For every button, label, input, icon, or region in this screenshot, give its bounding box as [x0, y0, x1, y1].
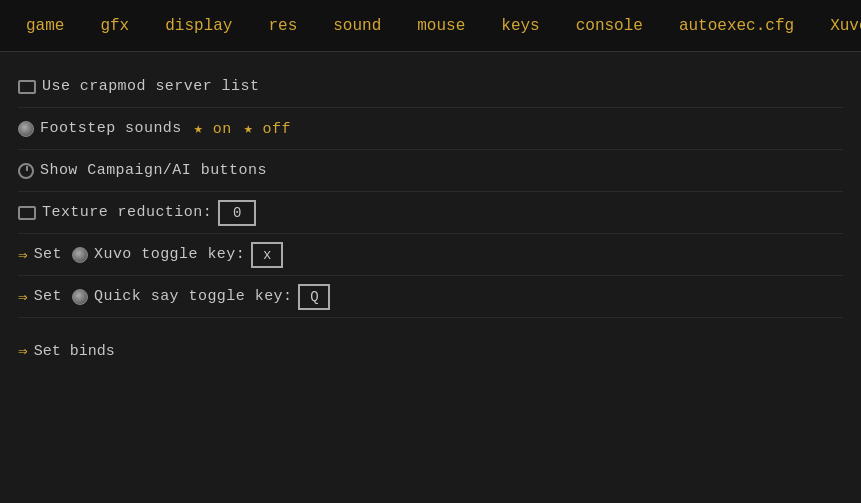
set-binds-link[interactable]: Set binds: [34, 343, 115, 360]
show-campaign-label: Show Campaign/AI buttons: [40, 162, 267, 179]
nav-item-xuvo[interactable]: Xuvo: [812, 17, 861, 35]
xuvo-key-input[interactable]: [251, 242, 283, 268]
footstep-label: Footstep sounds: [40, 120, 182, 137]
circle-icon-quick: [72, 289, 88, 305]
nav-item-game[interactable]: game: [8, 17, 82, 35]
nav-item-res[interactable]: res: [250, 17, 315, 35]
arrow-icon-binds: ⇒: [18, 341, 28, 361]
arrow-icon-xuvo: ⇒: [18, 245, 28, 265]
clock-icon: [18, 163, 34, 179]
quick-key-input[interactable]: [298, 284, 330, 310]
texture-reduction-label: Texture reduction:: [42, 204, 212, 221]
nav-item-autoexec[interactable]: autoexec.cfg: [661, 17, 812, 35]
texture-reduction-input[interactable]: [218, 200, 256, 226]
set-xuvo-label: Set: [34, 246, 62, 263]
quick-toggle-label: Quick say toggle key:: [94, 288, 292, 305]
star-on-button[interactable]: ★ on: [194, 119, 232, 138]
nav-item-display[interactable]: display: [147, 17, 250, 35]
monitor-icon: [18, 80, 36, 94]
circle-icon-footstep: [18, 121, 34, 137]
arrow-icon-quick: ⇒: [18, 287, 28, 307]
spacer-row: [18, 318, 843, 330]
nav-item-mouse[interactable]: mouse: [399, 17, 483, 35]
set-binds-row: ⇒ Set binds: [18, 330, 843, 372]
star-off-button[interactable]: ★ off: [244, 119, 291, 138]
use-crapmod-label: Use crapmod server list: [42, 78, 259, 95]
texture-reduction-row: Texture reduction:: [18, 192, 843, 234]
monitor-icon-texture: [18, 206, 36, 220]
show-campaign-row: Show Campaign/AI buttons: [18, 150, 843, 192]
content-area: Use crapmod server list Footstep sounds …: [0, 52, 861, 386]
nav-item-console[interactable]: console: [558, 17, 661, 35]
xuvo-toggle-label: Xuvo toggle key:: [94, 246, 245, 263]
xuvo-toggle-row: ⇒ Set Xuvo toggle key:: [18, 234, 843, 276]
use-crapmod-row: Use crapmod server list: [18, 66, 843, 108]
nav-bar: game gfx display res sound mouse keys co…: [0, 0, 861, 52]
set-quick-label: Set: [34, 288, 62, 305]
nav-item-sound[interactable]: sound: [315, 17, 399, 35]
nav-item-gfx[interactable]: gfx: [82, 17, 147, 35]
circle-icon-xuvo: [72, 247, 88, 263]
nav-item-keys[interactable]: keys: [483, 17, 557, 35]
quick-say-row: ⇒ Set Quick say toggle key:: [18, 276, 843, 318]
footstep-row: Footstep sounds ★ on ★ off: [18, 108, 843, 150]
